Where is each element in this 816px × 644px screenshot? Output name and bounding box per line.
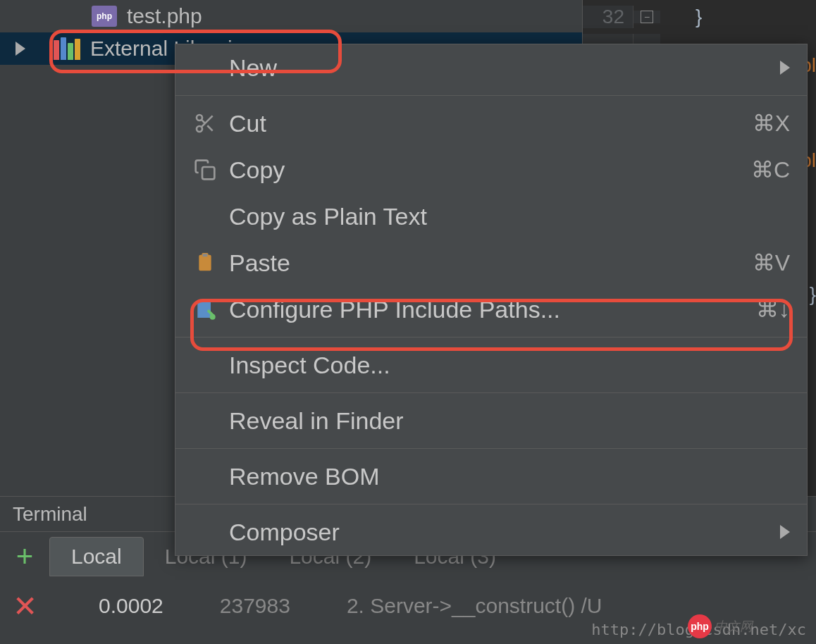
menu-label: Copy bbox=[222, 156, 751, 184]
tree-file-item[interactable]: php test.php bbox=[0, 0, 582, 32]
terminal-output: 0.0002 237983 2. Server->__construct() /… bbox=[49, 581, 659, 631]
code-brace: } bbox=[810, 283, 816, 305]
menu-separator bbox=[175, 504, 807, 504]
menu-label: Configure PHP Include Paths... bbox=[222, 296, 756, 323]
fold-gutter[interactable]: − bbox=[633, 11, 660, 23]
terminal-close-button[interactable]: ✕ bbox=[0, 581, 49, 631]
menu-label: Cut bbox=[222, 110, 753, 137]
menu-paste[interactable]: Paste ⌘V bbox=[175, 240, 807, 286]
menu-label: Copy as Plain Text bbox=[188, 203, 790, 230]
terminal-tab-active[interactable]: Local bbox=[49, 537, 144, 576]
submenu-arrow-icon bbox=[780, 525, 790, 539]
svg-point-1 bbox=[197, 126, 202, 132]
svg-point-0 bbox=[197, 115, 202, 120]
menu-copy[interactable]: Copy ⌘C bbox=[175, 147, 807, 193]
svg-point-9 bbox=[210, 314, 216, 320]
menu-shortcut: ⌘X bbox=[753, 110, 790, 137]
php-file-icon: php bbox=[92, 6, 117, 27]
svg-line-3 bbox=[207, 125, 212, 130]
svg-rect-8 bbox=[197, 301, 211, 318]
svg-rect-7 bbox=[202, 254, 208, 257]
menu-separator bbox=[175, 448, 807, 449]
menu-label: New bbox=[222, 54, 780, 82]
expand-arrow-icon[interactable] bbox=[16, 42, 25, 56]
terminal-add-button[interactable]: + bbox=[0, 540, 49, 574]
terminal-title: Terminal bbox=[13, 503, 87, 526]
menu-cut[interactable]: Cut ⌘X bbox=[175, 100, 807, 147]
watermark-logo: php 中文网 bbox=[688, 614, 753, 638]
menu-label: Remove BOM bbox=[188, 463, 790, 490]
menu-label: Paste bbox=[222, 249, 753, 277]
scissors-icon bbox=[188, 112, 222, 135]
copy-icon bbox=[188, 159, 222, 181]
context-menu: New Cut ⌘X Copy ⌘C Copy as Plain Text Pa… bbox=[175, 44, 808, 556]
submenu-arrow-icon bbox=[780, 61, 790, 75]
menu-copy-plain[interactable]: Copy as Plain Text bbox=[175, 193, 807, 240]
paste-icon bbox=[188, 252, 222, 274]
menu-separator bbox=[175, 95, 807, 96]
menu-new[interactable]: New bbox=[175, 44, 807, 91]
library-icon bbox=[54, 37, 80, 60]
menu-composer[interactable]: Composer bbox=[175, 509, 807, 555]
menu-shortcut: ⌘↓ bbox=[756, 296, 790, 323]
tree-file-label: test.php bbox=[127, 4, 202, 28]
menu-inspect-code[interactable]: Inspect Code... bbox=[175, 342, 807, 388]
menu-shortcut: ⌘C bbox=[751, 156, 790, 183]
menu-reveal-finder[interactable]: Reveal in Finder bbox=[175, 397, 807, 444]
configure-icon bbox=[188, 298, 222, 321]
menu-label: Inspect Code... bbox=[188, 352, 790, 379]
menu-shortcut: ⌘V bbox=[753, 249, 790, 276]
svg-line-4 bbox=[202, 120, 205, 123]
menu-remove-bom[interactable]: Remove BOM bbox=[175, 453, 807, 500]
svg-rect-5 bbox=[202, 167, 214, 179]
line-number: 32 bbox=[583, 6, 633, 28]
menu-separator bbox=[175, 337, 807, 338]
menu-configure-php[interactable]: Configure PHP Include Paths... ⌘↓ bbox=[175, 286, 807, 333]
code-brace: } bbox=[696, 6, 702, 27]
menu-label: Reveal in Finder bbox=[188, 407, 790, 435]
menu-label: Composer bbox=[188, 519, 780, 546]
menu-separator bbox=[175, 392, 807, 393]
